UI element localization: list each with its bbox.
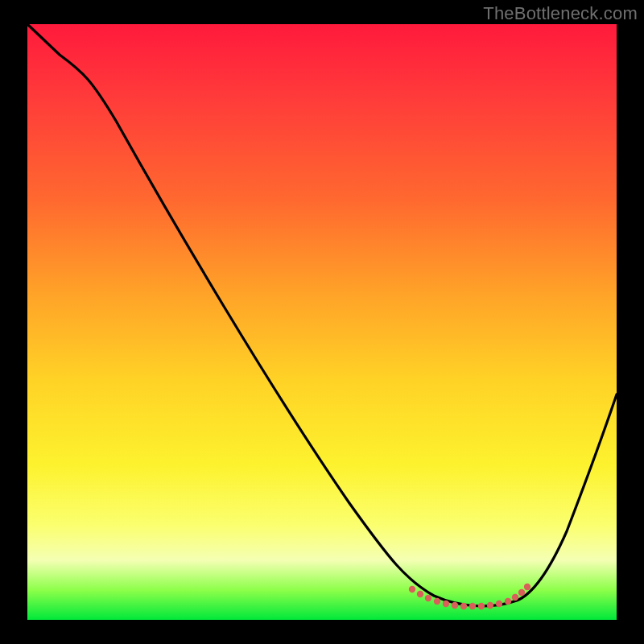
curve-layer bbox=[27, 24, 617, 620]
svg-point-4 bbox=[443, 601, 449, 607]
svg-point-14 bbox=[524, 584, 530, 590]
svg-point-2 bbox=[425, 595, 431, 601]
svg-point-0 bbox=[409, 586, 415, 592]
svg-point-10 bbox=[496, 601, 502, 607]
bottleneck-curve bbox=[27, 24, 617, 606]
svg-point-6 bbox=[460, 603, 467, 609]
chart-frame: TheBottleneck.com bbox=[0, 0, 644, 644]
plot-area bbox=[27, 24, 617, 620]
svg-point-13 bbox=[518, 589, 525, 596]
watermark-text: TheBottleneck.com bbox=[483, 3, 638, 24]
svg-point-1 bbox=[417, 591, 423, 597]
svg-point-7 bbox=[469, 603, 476, 609]
svg-point-3 bbox=[434, 598, 440, 605]
svg-point-12 bbox=[512, 594, 518, 601]
svg-point-5 bbox=[452, 602, 458, 609]
trough-band bbox=[409, 584, 530, 609]
svg-point-9 bbox=[487, 602, 493, 609]
svg-point-8 bbox=[478, 603, 485, 609]
svg-point-11 bbox=[505, 598, 511, 605]
